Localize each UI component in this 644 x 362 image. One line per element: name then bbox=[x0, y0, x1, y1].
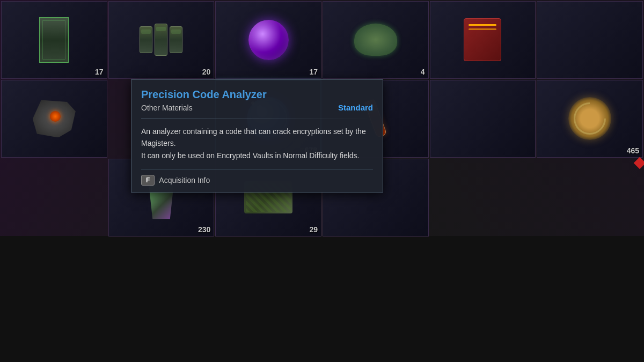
item-cell-3[interactable]: 17 bbox=[215, 1, 321, 79]
item-count-4: 4 bbox=[421, 68, 425, 76]
tower-icon bbox=[39, 17, 69, 63]
item-cell-5[interactable] bbox=[430, 1, 536, 79]
tooltip-acquisition: F Acquisition Info bbox=[141, 169, 373, 186]
bottom-area bbox=[0, 236, 644, 362]
item-count-14: 230 bbox=[198, 225, 210, 234]
item-count-3: 17 bbox=[309, 68, 318, 76]
item-count-15: 29 bbox=[309, 225, 318, 234]
item-cell-4[interactable]: 4 bbox=[323, 1, 429, 79]
item-count-1: 17 bbox=[95, 68, 104, 76]
rocks-icon bbox=[33, 100, 76, 137]
tooltip-rarity: Standard bbox=[338, 103, 373, 112]
tooltip-panel: Precision Code Analyzer Other Materials … bbox=[131, 79, 383, 193]
item-cell-11[interactable] bbox=[430, 80, 536, 158]
tooltip-category: Other Materials bbox=[141, 104, 193, 112]
tooltip-description: An analyzer containing a code that can c… bbox=[141, 125, 373, 161]
item-visual-1 bbox=[12, 9, 97, 70]
item-visual-12 bbox=[548, 88, 632, 149]
item-cell-6[interactable] bbox=[537, 1, 643, 79]
acquisition-label: Acquisition Info bbox=[159, 176, 210, 184]
item-cell-2[interactable]: 20 bbox=[108, 1, 215, 79]
acquisition-key-badge: F bbox=[141, 175, 155, 186]
item-cell-7[interactable] bbox=[1, 80, 107, 158]
harddrive-icon bbox=[464, 18, 501, 61]
swirl-icon bbox=[568, 97, 611, 140]
item-visual-5 bbox=[441, 9, 525, 70]
brain-icon bbox=[354, 24, 397, 56]
tooltip-title: Precision Code Analyzer bbox=[141, 88, 373, 101]
canister-icon bbox=[140, 24, 182, 56]
tooltip-subtitle-row: Other Materials Standard bbox=[141, 103, 373, 112]
purple-orb-icon bbox=[248, 20, 289, 60]
item-visual-3 bbox=[226, 9, 311, 70]
item-visual-4 bbox=[334, 9, 418, 70]
item-cell-1[interactable]: 17 bbox=[1, 1, 107, 79]
item-visual-7 bbox=[12, 88, 97, 149]
item-count-12: 465 bbox=[627, 146, 639, 155]
item-cell-12[interactable]: 465 bbox=[537, 80, 643, 158]
tooltip-divider bbox=[141, 119, 373, 119]
item-visual-2 bbox=[119, 9, 203, 70]
item-count-2: 20 bbox=[202, 68, 211, 76]
